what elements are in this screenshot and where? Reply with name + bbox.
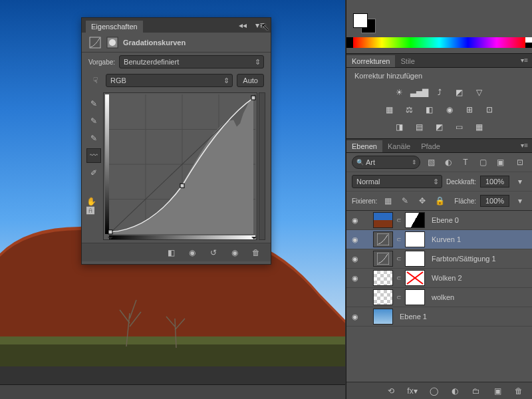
filter-smart-icon[interactable]: ▣ — [493, 156, 507, 169]
svg-point-4 — [109, 39, 116, 46]
tab-paths[interactable]: Pfade — [416, 140, 446, 152]
fill-label: Fläche: — [454, 198, 476, 205]
svg-rect-15 — [108, 230, 112, 234]
curve-pencil-icon[interactable]: ✐ — [86, 166, 101, 180]
delete-layer-icon[interactable]: 🗑 — [512, 384, 525, 398]
status-bar — [0, 384, 345, 399]
curves-graph[interactable] — [103, 92, 257, 240]
opacity-label: Deckkraft: — [446, 178, 476, 186]
adj-curves-icon[interactable]: ⤴ — [433, 86, 446, 98]
filter-shape-icon[interactable]: ▢ — [476, 156, 489, 169]
blend-mode-select[interactable]: Normal — [352, 175, 442, 188]
visibility-icon[interactable]: ◉ — [349, 274, 361, 283]
adj-vibrance-icon[interactable]: ▽ — [473, 86, 486, 98]
layer-row[interactable]: ⊂wolken — [346, 288, 532, 307]
delete-icon[interactable]: 🗑 — [249, 246, 263, 259]
lock-all-icon[interactable]: 🔒 — [433, 194, 446, 207]
svg-rect-16 — [180, 184, 184, 188]
fill-input[interactable]: 100% — [480, 195, 509, 207]
adj-levels-icon[interactable]: ▃▅▇ — [413, 86, 426, 98]
adj-exposure-icon[interactable]: ◩ — [453, 86, 466, 98]
layers-footer: ⟲ fx▾ ◯ ◐ 🗀 ▣ 🗑 — [346, 382, 532, 399]
new-layer-icon[interactable]: ▣ — [491, 384, 504, 398]
collapse-icon[interactable]: ◂◂ — [236, 19, 249, 32]
layer-name: Kurven 1 — [432, 235, 461, 243]
properties-panel: Eigenschaften ◂◂ ▾≡ Gradationskurven Vor… — [81, 17, 271, 265]
layer-filter-select[interactable]: Art — [352, 156, 420, 169]
opacity-input[interactable]: 100% — [480, 176, 509, 188]
layer-row[interactable]: ◉Ebene 1 — [346, 307, 532, 327]
visibility-icon[interactable]: ◉ — [349, 216, 361, 225]
layer-row[interactable]: ◉⊂Wolken 2 — [346, 269, 532, 288]
add-mask-icon[interactable]: ◯ — [427, 384, 440, 398]
reset-icon[interactable]: ↺ — [207, 246, 220, 259]
eyedropper-white-icon[interactable]: ✎ — [86, 131, 101, 146]
corrections-tabbar: Korrekturen Stile ▾≡ — [346, 53, 532, 68]
visibility-icon[interactable]: ◉ — [349, 235, 361, 244]
eyedropper-gray-icon[interactable]: ✎ — [86, 114, 101, 128]
eyedropper-black-icon[interactable]: ✎ — [86, 96, 101, 111]
adj-selective-icon[interactable]: ▦ — [473, 121, 486, 133]
target-adjust-icon[interactable]: ☟ — [88, 74, 102, 87]
svg-rect-12 — [105, 94, 109, 234]
fx-icon[interactable]: fx▾ — [406, 384, 419, 398]
fill-dropdown-icon[interactable]: ▾ — [513, 194, 527, 207]
link-layers-icon[interactable]: ⟲ — [384, 384, 398, 398]
tab-corrections[interactable]: Korrekturen — [346, 55, 395, 67]
adj-hue-icon[interactable]: ▦ — [383, 104, 396, 116]
adj-balance-icon[interactable]: ⚖ — [403, 104, 416, 116]
adj-threshold-icon[interactable]: ◩ — [433, 121, 446, 133]
clip-to-layer-icon[interactable]: ◧ — [164, 246, 178, 259]
new-group-icon[interactable]: 🗀 — [469, 384, 483, 398]
lock-paint-icon[interactable]: ✎ — [398, 194, 412, 207]
scrollbar[interactable] — [259, 92, 265, 240]
adj-brightness-icon[interactable]: ☀ — [393, 86, 406, 98]
tab-styles[interactable]: Stile — [395, 55, 420, 67]
adj-mixer-icon[interactable]: ⊞ — [463, 104, 476, 116]
adj-invert-icon[interactable]: ◨ — [393, 121, 406, 133]
filter-type-icon[interactable]: T — [459, 156, 472, 169]
foreground-color[interactable] — [353, 13, 368, 28]
adj-gradmap-icon[interactable]: ▭ — [453, 121, 466, 133]
tab-layers[interactable]: Ebenen — [346, 140, 382, 152]
visibility-icon[interactable]: ◉ — [349, 255, 361, 263]
tab-channels[interactable]: Kanäle — [382, 140, 416, 152]
preset-select[interactable]: Benutzerdefiniert — [119, 55, 264, 68]
filter-adj-icon[interactable]: ◐ — [442, 156, 455, 169]
panel-menu-icon[interactable]: ▾≡ — [521, 57, 528, 64]
filter-pixel-icon[interactable]: ▧ — [424, 156, 438, 169]
panel-menu-icon[interactable]: ▾≡ — [253, 19, 267, 32]
curve-smooth-icon[interactable]: 〰 — [86, 148, 101, 163]
layer-name: wolken — [432, 293, 454, 301]
mask-icon — [106, 36, 119, 49]
panel-menu-icon[interactable]: ▾≡ — [521, 142, 528, 149]
right-panel-column: Korrekturen Stile ▾≡ Korrektur hinzufüge… — [346, 0, 532, 399]
layer-row[interactable]: ◉⊂Kurven 1 — [346, 230, 532, 249]
lock-trans-icon[interactable]: ▦ — [381, 194, 394, 207]
svg-rect-13 — [109, 235, 255, 239]
layer-name: Ebene 0 — [432, 216, 459, 224]
new-adj-icon[interactable]: ◐ — [448, 384, 462, 398]
layer-row[interactable]: ◉⊂Farbton/Sättigung 1 — [346, 249, 532, 269]
layer-row[interactable]: ◉⊂Ebene 0 — [346, 211, 532, 230]
layers-list: ◉⊂Ebene 0◉⊂Kurven 1◉⊂Farbton/Sättigung 1… — [346, 210, 532, 327]
adj-photofilter-icon[interactable]: ◉ — [443, 104, 456, 116]
auto-button[interactable]: Auto — [237, 74, 264, 87]
channel-select[interactable]: RGB — [106, 74, 233, 87]
color-spectrum[interactable] — [353, 37, 525, 48]
layer-name: Wolken 2 — [432, 274, 462, 282]
input-hand-icon[interactable]: ✋🅰 — [86, 199, 101, 213]
adj-posterize-icon[interactable]: ▤ — [413, 121, 426, 133]
svg-rect-17 — [251, 96, 255, 100]
properties-title: Gradationskurven — [123, 39, 186, 47]
filter-toggle-icon[interactable]: ⊡ — [513, 156, 527, 169]
tab-properties[interactable]: Eigenschaften — [86, 21, 143, 33]
view-previous-icon[interactable]: ◉ — [186, 246, 199, 259]
adj-lookup-icon[interactable]: ⊡ — [483, 104, 496, 116]
toggle-visibility-icon[interactable]: ◉ — [228, 246, 241, 259]
preset-label: Vorgabe: — [88, 59, 115, 66]
visibility-icon[interactable]: ◉ — [349, 313, 361, 321]
adj-bw-icon[interactable]: ◧ — [423, 104, 436, 116]
lock-move-icon[interactable]: ✥ — [416, 194, 429, 207]
opacity-dropdown-icon[interactable]: ▾ — [513, 175, 527, 188]
